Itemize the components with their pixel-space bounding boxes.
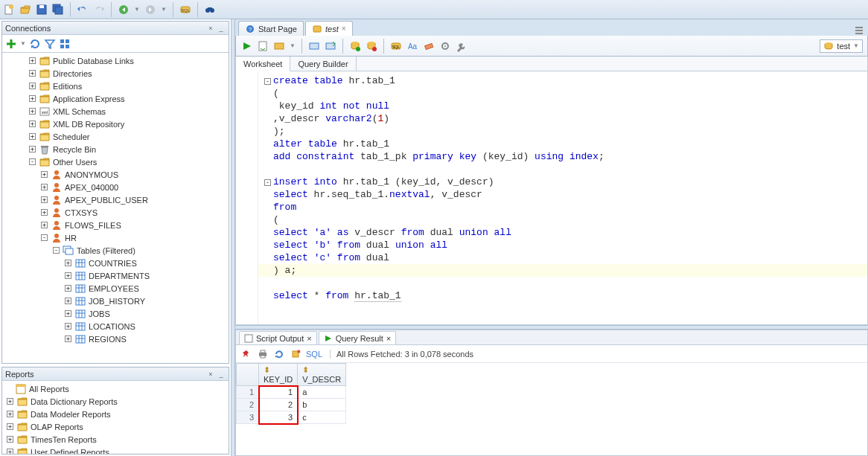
tree-item[interactable]: -Tables (Filtered) (2, 244, 229, 257)
tree-expander[interactable]: + (65, 335, 71, 342)
new-file-icon[interactable] (3, 4, 15, 16)
tree-item[interactable]: +APEX_PUBLIC_USER (2, 193, 229, 206)
tree-item[interactable]: +APEX_040000 (2, 181, 229, 193)
tree-item[interactable]: +LOCATIONS (2, 320, 229, 333)
delete-result-icon[interactable] (290, 348, 301, 360)
tree-expander[interactable]: + (65, 310, 71, 317)
back-icon[interactable] (118, 4, 130, 16)
tree-expander[interactable]: - (29, 158, 36, 165)
tree-expander[interactable]: + (7, 449, 13, 454)
settings-icon[interactable] (439, 40, 451, 52)
table-row[interactable]: 22b (237, 399, 346, 411)
open-icon[interactable] (19, 4, 31, 16)
tree-expander[interactable]: + (65, 260, 71, 266)
new-connection-icon[interactable] (5, 38, 17, 50)
sql-link[interactable]: SQL (306, 350, 322, 359)
tab-query-result[interactable]: Query Result × (319, 331, 397, 344)
tab-query-builder[interactable]: Query Builder (290, 57, 356, 71)
tree-expander[interactable]: + (41, 184, 48, 190)
pin-icon[interactable] (240, 348, 252, 360)
tree-expander[interactable]: + (29, 121, 36, 127)
save-all-icon[interactable] (52, 4, 64, 16)
db-rollback-icon[interactable] (366, 40, 377, 52)
redo-icon[interactable] (93, 4, 105, 16)
refresh-icon[interactable] (29, 38, 41, 50)
tree-item[interactable]: +JOB_HISTORY (2, 295, 229, 307)
tree-expander[interactable]: + (7, 423, 13, 430)
tab-start-page[interactable]: ? Start Page (238, 21, 304, 36)
run-icon[interactable] (240, 40, 252, 52)
tree-item[interactable]: +Application Express (2, 92, 229, 105)
run-script-icon[interactable] (257, 40, 269, 52)
tree-item[interactable]: +FLOWS_FILES (2, 219, 229, 231)
panel-min-icon[interactable]: _ (217, 24, 226, 33)
case-icon[interactable]: Aa (406, 40, 418, 52)
tree-item[interactable]: +TimesTen Reports (2, 433, 229, 446)
tree-expander[interactable]: - (41, 234, 48, 241)
db-commit-icon[interactable] (349, 40, 361, 52)
panel-close-icon[interactable]: × (206, 370, 215, 379)
tab-script-output[interactable]: Script Output × (239, 331, 317, 344)
tab-worksheet[interactable]: Worksheet (236, 57, 290, 71)
tree-expander[interactable]: + (41, 222, 48, 228)
schema-dropdown[interactable]: test ▼ (820, 39, 863, 53)
autotrace-icon[interactable] (308, 40, 320, 52)
table-row[interactable]: 11a (237, 386, 346, 399)
tree-expander[interactable]: + (7, 436, 13, 443)
tree-item[interactable]: +DEPARTMENTS (2, 269, 229, 282)
tree-item[interactable]: +Data Modeler Reports (2, 408, 229, 420)
tree-item[interactable]: +REGIONS (2, 333, 229, 345)
tree-item[interactable]: +OLAP Reports (2, 420, 229, 433)
save-icon[interactable] (36, 4, 48, 16)
tree-expander[interactable]: + (65, 323, 71, 330)
explain-icon[interactable] (273, 40, 285, 52)
panel-close-icon[interactable]: × (206, 24, 215, 33)
commit-icon[interactable] (325, 40, 336, 52)
tree-item[interactable]: +xmlXML Schemas (2, 105, 229, 118)
tree-item[interactable]: +CTXSYS (2, 206, 229, 219)
tree-item[interactable]: +XML DB Repository (2, 118, 229, 130)
tree-item[interactable]: +Directories (2, 67, 229, 80)
tree-item[interactable]: -HR (2, 231, 229, 244)
connections-tree[interactable]: +Public Database Links+Directories+Editi… (2, 53, 229, 363)
tree-expander[interactable]: + (7, 398, 13, 405)
tree-expander[interactable]: + (65, 285, 71, 292)
tree-item[interactable]: +EMPLOYEES (2, 282, 229, 295)
tree-item[interactable]: +Data Dictionary Reports (2, 395, 229, 408)
eraser-icon[interactable] (423, 40, 435, 52)
tree-expander[interactable]: + (29, 133, 36, 140)
tree-expander[interactable]: + (29, 146, 36, 152)
tree-expander[interactable]: + (41, 196, 48, 203)
tree-expander[interactable]: + (65, 272, 71, 279)
tree-item[interactable]: +Editions (2, 80, 229, 92)
tree-expander[interactable]: + (41, 209, 48, 216)
tree-item[interactable]: +ANONYMOUS (2, 168, 229, 181)
tree-item[interactable]: +Public Database Links (2, 54, 229, 67)
close-icon[interactable]: × (342, 25, 346, 33)
tab-list-icon[interactable] (853, 24, 865, 36)
tree-expander[interactable]: + (65, 298, 71, 304)
reports-tree[interactable]: All Reports+Data Dictionary Reports+Data… (2, 381, 229, 454)
tree-item[interactable]: All Reports (2, 382, 229, 395)
tree-expander[interactable]: + (29, 83, 36, 89)
sql-format-icon[interactable]: SQL (390, 40, 402, 52)
tree-item[interactable]: +JOBS (2, 307, 229, 320)
tree-expander[interactable]: + (29, 70, 36, 77)
tree-item[interactable]: +Scheduler (2, 130, 229, 143)
tree-item[interactable]: +Recycle Bin (2, 143, 229, 155)
tree-item[interactable]: +User Defined Reports (2, 446, 229, 454)
forward-icon[interactable] (144, 4, 156, 16)
tree-item[interactable]: -Other Users (2, 155, 229, 168)
filter-icon[interactable] (44, 38, 56, 50)
binoculars-icon[interactable] (204, 4, 216, 16)
undo-icon[interactable] (77, 4, 89, 16)
table-row[interactable]: 33c (237, 411, 346, 424)
sql-icon[interactable]: SQL (179, 4, 191, 16)
close-icon[interactable]: × (386, 334, 391, 343)
tab-test[interactable]: test × (305, 21, 353, 36)
tree-expander[interactable]: - (53, 247, 60, 254)
wrench-icon[interactable] (456, 40, 467, 52)
expand-icon[interactable] (59, 38, 71, 50)
close-icon[interactable]: × (307, 334, 311, 343)
code-editor[interactable]: -create table hr.tab_1( key_id int not n… (235, 71, 868, 325)
